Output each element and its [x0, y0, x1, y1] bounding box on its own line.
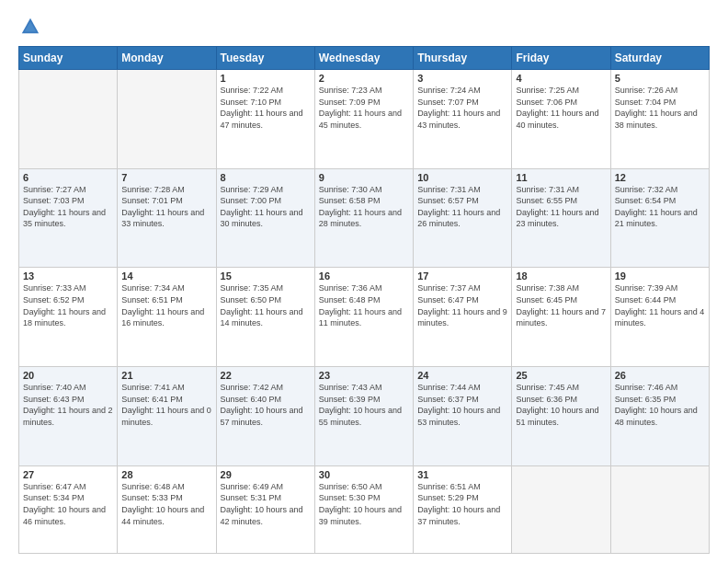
day-number: 27	[23, 469, 113, 480]
calendar-cell: 16Sunrise: 7:36 AMSunset: 6:48 PMDayligh…	[314, 268, 413, 367]
day-number: 3	[417, 73, 507, 84]
day-number: 7	[121, 172, 211, 183]
logo-icon	[20, 17, 40, 37]
day-info: Sunrise: 7:31 AMSunset: 6:57 PMDaylight:…	[417, 184, 507, 230]
week-row-3: 13Sunrise: 7:33 AMSunset: 6:52 PMDayligh…	[19, 268, 710, 367]
calendar-cell: 6Sunrise: 7:27 AMSunset: 7:03 PMDaylight…	[19, 168, 118, 268]
day-info: Sunrise: 7:43 AMSunset: 6:39 PMDaylight:…	[319, 382, 409, 428]
day-number: 16	[319, 270, 409, 282]
day-info: Sunrise: 7:30 AMSunset: 6:58 PMDaylight:…	[319, 184, 409, 230]
day-number: 26	[615, 370, 705, 381]
day-number: 20	[23, 370, 113, 381]
day-number: 22	[221, 370, 311, 381]
calendar-cell: 13Sunrise: 7:33 AMSunset: 6:52 PMDayligh…	[19, 268, 118, 367]
calendar-cell: 1Sunrise: 7:22 AMSunset: 7:10 PMDaylight…	[216, 70, 314, 169]
day-number: 12	[615, 172, 705, 183]
day-number: 24	[417, 370, 507, 381]
day-number: 9	[319, 172, 409, 183]
day-number: 30	[319, 469, 409, 480]
day-number: 10	[417, 172, 507, 183]
calendar-cell: 7Sunrise: 7:28 AMSunset: 7:01 PMDaylight…	[118, 168, 216, 268]
calendar-cell: 11Sunrise: 7:31 AMSunset: 6:55 PMDayligh…	[512, 168, 610, 268]
calendar-cell: 31Sunrise: 6:51 AMSunset: 5:29 PMDayligh…	[414, 465, 512, 553]
calendar-cell: 21Sunrise: 7:41 AMSunset: 6:41 PMDayligh…	[118, 367, 216, 466]
day-info: Sunrise: 7:37 AMSunset: 6:47 PMDaylight:…	[417, 282, 507, 328]
calendar-cell: 10Sunrise: 7:31 AMSunset: 6:57 PMDayligh…	[414, 168, 512, 268]
week-row-1: 1Sunrise: 7:22 AMSunset: 7:10 PMDaylight…	[19, 70, 710, 169]
calendar-cell: 26Sunrise: 7:46 AMSunset: 6:35 PMDayligh…	[610, 367, 709, 466]
day-number: 17	[417, 270, 507, 282]
calendar-cell: 28Sunrise: 6:48 AMSunset: 5:33 PMDayligh…	[118, 465, 216, 553]
weekday-header-row: SundayMondayTuesdayWednesdayThursdayFrid…	[19, 47, 710, 70]
day-info: Sunrise: 7:44 AMSunset: 6:37 PMDaylight:…	[417, 382, 507, 428]
day-info: Sunrise: 7:26 AMSunset: 7:04 PMDaylight:…	[615, 85, 705, 131]
weekday-header-monday: Monday	[118, 47, 216, 70]
calendar-cell: 8Sunrise: 7:29 AMSunset: 7:00 PMDaylight…	[216, 168, 314, 268]
day-info: Sunrise: 6:48 AMSunset: 5:33 PMDaylight:…	[121, 481, 211, 527]
day-number: 18	[516, 270, 606, 282]
day-number: 23	[319, 370, 409, 381]
day-info: Sunrise: 7:29 AMSunset: 7:00 PMDaylight:…	[221, 184, 311, 230]
calendar-cell: 2Sunrise: 7:23 AMSunset: 7:09 PMDaylight…	[314, 70, 413, 169]
day-info: Sunrise: 7:38 AMSunset: 6:45 PMDaylight:…	[516, 282, 606, 328]
day-info: Sunrise: 7:36 AMSunset: 6:48 PMDaylight:…	[319, 282, 409, 328]
calendar-cell: 25Sunrise: 7:45 AMSunset: 6:36 PMDayligh…	[512, 367, 610, 466]
weekday-header-friday: Friday	[512, 47, 610, 70]
calendar-cell: 5Sunrise: 7:26 AMSunset: 7:04 PMDaylight…	[610, 70, 709, 169]
calendar-cell: 19Sunrise: 7:39 AMSunset: 6:44 PMDayligh…	[610, 268, 709, 367]
day-info: Sunrise: 7:42 AMSunset: 6:40 PMDaylight:…	[221, 382, 311, 428]
calendar-cell	[118, 70, 216, 169]
calendar-cell: 3Sunrise: 7:24 AMSunset: 7:07 PMDaylight…	[414, 70, 512, 169]
calendar-cell: 20Sunrise: 7:40 AMSunset: 6:43 PMDayligh…	[19, 367, 118, 466]
day-number: 19	[615, 270, 705, 282]
weekday-header-wednesday: Wednesday	[314, 47, 413, 70]
calendar-cell: 4Sunrise: 7:25 AMSunset: 7:06 PMDaylight…	[512, 70, 610, 169]
day-info: Sunrise: 7:40 AMSunset: 6:43 PMDaylight:…	[23, 382, 113, 428]
day-number: 15	[221, 270, 311, 282]
day-number: 11	[516, 172, 606, 183]
day-number: 13	[23, 270, 113, 282]
day-info: Sunrise: 6:50 AMSunset: 5:30 PMDaylight:…	[319, 481, 409, 527]
day-number: 29	[221, 469, 311, 480]
day-number: 25	[516, 370, 606, 381]
day-info: Sunrise: 7:28 AMSunset: 7:01 PMDaylight:…	[121, 184, 211, 230]
day-number: 21	[121, 370, 211, 381]
day-info: Sunrise: 7:24 AMSunset: 7:07 PMDaylight:…	[417, 85, 507, 131]
calendar-table: SundayMondayTuesdayWednesdayThursdayFrid…	[18, 46, 710, 554]
week-row-2: 6Sunrise: 7:27 AMSunset: 7:03 PMDaylight…	[19, 168, 710, 268]
calendar-cell: 29Sunrise: 6:49 AMSunset: 5:31 PMDayligh…	[216, 465, 314, 553]
day-number: 2	[319, 73, 409, 84]
calendar-cell: 15Sunrise: 7:35 AMSunset: 6:50 PMDayligh…	[216, 268, 314, 367]
calendar-cell: 14Sunrise: 7:34 AMSunset: 6:51 PMDayligh…	[118, 268, 216, 367]
week-row-4: 20Sunrise: 7:40 AMSunset: 6:43 PMDayligh…	[19, 367, 710, 466]
calendar-cell: 24Sunrise: 7:44 AMSunset: 6:37 PMDayligh…	[414, 367, 512, 466]
calendar-cell	[610, 465, 709, 553]
day-number: 4	[516, 73, 606, 84]
day-number: 8	[221, 172, 311, 183]
day-number: 6	[23, 172, 113, 183]
calendar-cell: 22Sunrise: 7:42 AMSunset: 6:40 PMDayligh…	[216, 367, 314, 466]
day-info: Sunrise: 7:41 AMSunset: 6:41 PMDaylight:…	[121, 382, 211, 428]
day-info: Sunrise: 6:47 AMSunset: 5:34 PMDaylight:…	[23, 481, 113, 527]
day-info: Sunrise: 6:49 AMSunset: 5:31 PMDaylight:…	[221, 481, 311, 527]
day-number: 1	[221, 73, 311, 84]
day-info: Sunrise: 7:22 AMSunset: 7:10 PMDaylight:…	[221, 85, 311, 131]
day-info: Sunrise: 7:32 AMSunset: 6:54 PMDaylight:…	[615, 184, 705, 230]
calendar-cell: 18Sunrise: 7:38 AMSunset: 6:45 PMDayligh…	[512, 268, 610, 367]
day-number: 31	[417, 469, 507, 480]
day-info: Sunrise: 7:25 AMSunset: 7:06 PMDaylight:…	[516, 85, 606, 131]
weekday-header-thursday: Thursday	[414, 47, 512, 70]
day-info: Sunrise: 6:51 AMSunset: 5:29 PMDaylight:…	[417, 481, 507, 527]
header	[18, 17, 710, 37]
day-info: Sunrise: 7:33 AMSunset: 6:52 PMDaylight:…	[23, 282, 113, 328]
day-info: Sunrise: 7:34 AMSunset: 6:51 PMDaylight:…	[121, 282, 211, 328]
calendar-cell: 23Sunrise: 7:43 AMSunset: 6:39 PMDayligh…	[314, 367, 413, 466]
page: SundayMondayTuesdayWednesdayThursdayFrid…	[0, 0, 728, 563]
calendar-cell: 9Sunrise: 7:30 AMSunset: 6:58 PMDaylight…	[314, 168, 413, 268]
day-info: Sunrise: 7:23 AMSunset: 7:09 PMDaylight:…	[319, 85, 409, 131]
week-row-5: 27Sunrise: 6:47 AMSunset: 5:34 PMDayligh…	[19, 465, 710, 553]
calendar-cell: 30Sunrise: 6:50 AMSunset: 5:30 PMDayligh…	[314, 465, 413, 553]
day-number: 14	[121, 270, 211, 282]
calendar-cell: 17Sunrise: 7:37 AMSunset: 6:47 PMDayligh…	[414, 268, 512, 367]
day-info: Sunrise: 7:39 AMSunset: 6:44 PMDaylight:…	[615, 282, 705, 328]
